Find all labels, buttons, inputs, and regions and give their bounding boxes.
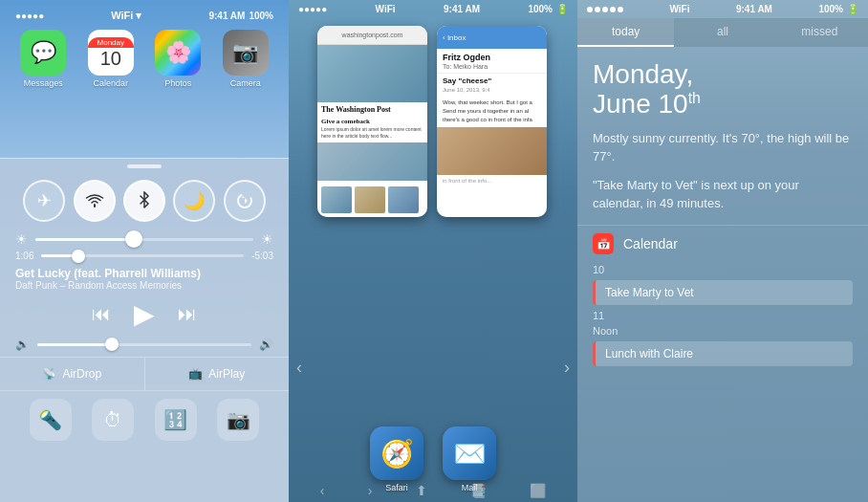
nc-reminder: "Take Marty to Vet" is next up on your c… — [577, 170, 868, 225]
photos-app[interactable]: 🌸 Photos — [155, 30, 201, 88]
notification-center-panel: WiFi 9:41 AM 100% 🔋 today all missed Mon… — [577, 0, 868, 502]
as-battery-area: 100% 🔋 — [528, 4, 568, 14]
calendar-icon-symbol: 📅 — [597, 237, 611, 251]
mail-app-card[interactable]: ‹ Inbox Fritz Ogden To: Meiko Hara Say "… — [437, 26, 547, 297]
airplay-button[interactable]: 📺 AirPlay — [145, 358, 290, 390]
status-center: WiFi ▾ — [111, 10, 141, 22]
next-button[interactable]: ⏭ — [178, 303, 197, 325]
wapo-title: The Washington Post — [317, 102, 427, 115]
wapo-url-bar: washingtonpost.com — [317, 26, 427, 45]
calendar-section-icon: 📅 — [593, 233, 614, 254]
volume-thumb[interactable] — [105, 338, 119, 351]
wapo-screenshot: washingtonpost.com The Washington Post G… — [317, 26, 427, 217]
airplay-icon: 📺 — [188, 367, 203, 381]
messages-app[interactable]: 💬 Messages — [20, 30, 66, 88]
messages-icon: 💬 — [20, 30, 66, 76]
camera-quick-button[interactable]: 📷 — [217, 399, 259, 441]
camera-label: Camera — [230, 78, 261, 88]
tab-today[interactable]: today — [577, 18, 674, 47]
browser-share-icon[interactable]: ⬆ — [416, 483, 427, 498]
playback-time-row: 1:06 -5:03 — [0, 249, 289, 263]
quick-actions-row: 🔦 ⏱ 🔢 📷 — [0, 390, 289, 450]
nc-battery-icon: 🔋 — [847, 4, 858, 14]
brightness-fill — [35, 238, 134, 241]
timer-button[interactable]: ⏱ — [92, 399, 134, 441]
as-time: 9:41 AM — [444, 4, 480, 14]
tab-all[interactable]: all — [674, 18, 770, 47]
airdrop-button[interactable]: 📡 AirDrop — [0, 358, 145, 390]
mail-screenshot: ‹ Inbox Fritz Ogden To: Meiko Hara Say "… — [437, 26, 547, 217]
flashlight-button[interactable]: 🔦 — [30, 399, 72, 441]
bluetooth-button[interactable] — [123, 180, 165, 222]
tab-missed[interactable]: missed — [771, 18, 868, 47]
dot5 — [618, 7, 623, 12]
wapo-url: washingtonpost.com — [342, 32, 403, 38]
wifi-icon — [85, 193, 104, 208]
previous-button[interactable]: ⏮ — [92, 303, 111, 325]
event-lunch: Lunch with Claire — [593, 341, 853, 366]
control-center-panel: ●●●●● WiFi ▾ 9:41 AM 100% 💬 Messages Mon… — [0, 0, 289, 502]
wapo-hero-image — [317, 45, 427, 102]
time-label-11: 11 — [593, 308, 853, 323]
playback-controls: ⏮ ▶ ⏭ — [0, 293, 289, 336]
time-label-noon: Noon — [593, 323, 853, 338]
browser-bookmarks-icon[interactable]: 📑 — [470, 483, 487, 498]
nc-wifi-icon: WiFi — [669, 4, 689, 14]
browser-tabs-icon[interactable]: ⬜ — [530, 483, 546, 498]
volume-low-icon: 🔈 — [15, 338, 30, 351]
brightness-slider[interactable] — [35, 238, 253, 241]
wapo-thumbnails — [317, 184, 427, 216]
home-icons: ●●●●● WiFi ▾ 9:41 AM 100% 💬 Messages Mon… — [0, 0, 289, 88]
email-date: June 10, 2013, 9:4 — [437, 86, 547, 96]
nc-date: Monday,June 10th — [577, 47, 868, 123]
home-apps-row: 💬 Messages Monday 10 Calendar 🌸 Photos 📷… — [10, 30, 279, 88]
status-right: 9:41 AM 100% — [208, 11, 273, 21]
wapo-app-card[interactable]: washingtonpost.com The Washington Post G… — [317, 26, 427, 297]
playback-slider[interactable] — [41, 254, 244, 257]
nc-time: 9:41 AM — [736, 4, 772, 14]
nc-weather: Mostly sunny currently. It's 70°, the hi… — [577, 123, 868, 170]
airdrop-icon: 📡 — [42, 367, 56, 381]
volume-slider[interactable] — [37, 343, 251, 346]
app-switcher-panel: ●●●●● WiFi 9:41 AM 100% 🔋 washingtonpost… — [289, 0, 577, 502]
volume-high-icon: 🔊 — [259, 338, 273, 351]
dot3 — [602, 7, 608, 12]
scroll-right-indicator[interactable]: › — [564, 358, 570, 378]
song-artist: Daft Punk – Random Access Memories — [15, 280, 273, 291]
email-back-button: ‹ Inbox — [443, 33, 466, 42]
as-wifi-icon: WiFi — [376, 4, 396, 14]
scroll-left-indicator[interactable]: ‹ — [296, 358, 302, 378]
airdrop-label: AirDrop — [62, 367, 101, 381]
calculator-button[interactable]: 🔢 — [155, 399, 197, 441]
rotation-lock-icon — [236, 192, 253, 209]
song-info: Get Lucky (feat. Pharrell Williams) Daft… — [0, 263, 289, 293]
brightness-row: ☀ ☀ — [0, 229, 289, 249]
current-time: 1:06 — [15, 251, 33, 261]
wapo-body: Lorem ipsum dolor sit amet lorem more co… — [317, 126, 427, 140]
camera-app[interactable]: 📷 Camera — [223, 30, 269, 88]
play-button[interactable]: ▶ — [134, 298, 155, 330]
wapo-screen: washingtonpost.com The Washington Post G… — [317, 26, 427, 217]
email-from: Fritz Ogden — [437, 49, 547, 63]
brightness-low-icon: ☀ — [15, 231, 28, 247]
airplane-mode-button[interactable]: ✈ — [23, 180, 65, 222]
song-title: Get Lucky (feat. Pharrell Williams) — [15, 267, 273, 280]
drag-handle[interactable] — [127, 164, 162, 168]
browser-forward-icon[interactable]: › — [368, 483, 373, 498]
airplay-label: AirPlay — [208, 367, 245, 381]
do-not-disturb-button[interactable]: 🌙 — [173, 180, 215, 222]
nc-timeline: 10 Take Marty to Vet 11 Noon Lunch with … — [593, 262, 868, 366]
volume-row: 🔈 🔊 — [0, 336, 289, 353]
as-battery-pct: 100% — [528, 4, 553, 14]
rotation-lock-button[interactable] — [224, 180, 266, 222]
event-vet-label: Take Marty to Vet — [605, 286, 694, 299]
photos-icon: 🌸 — [155, 30, 201, 76]
nc-status-bar: WiFi 9:41 AM 100% 🔋 — [577, 0, 868, 18]
wifi-button[interactable] — [74, 180, 116, 222]
tab-all-label: all — [717, 25, 728, 38]
brightness-thumb[interactable] — [125, 230, 142, 248]
browser-back-icon[interactable]: ‹ — [320, 483, 325, 498]
calendar-app[interactable]: Monday 10 Calendar — [88, 30, 134, 88]
playback-thumb[interactable] — [72, 250, 85, 263]
email-nav-bar: ‹ Inbox — [437, 26, 547, 49]
